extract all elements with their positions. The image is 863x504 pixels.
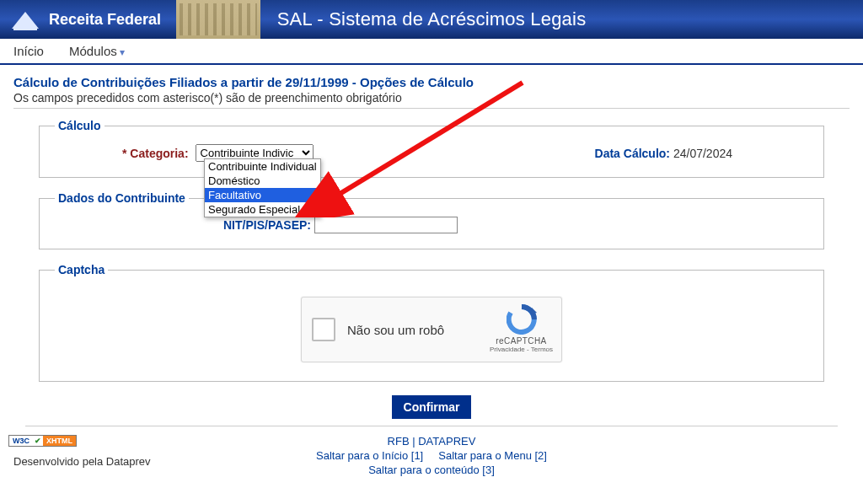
building-image-icon (176, 0, 260, 39)
page-title: Cálculo de Contribuições Filiados a part… (13, 75, 850, 89)
categoria-option-1[interactable]: Doméstico (205, 174, 320, 188)
menu-inicio[interactable]: Início (13, 44, 44, 58)
footer-link-rfb[interactable]: RFB (388, 435, 410, 448)
recaptcha-checkbox[interactable] (312, 318, 335, 341)
categoria-option-2[interactable]: Facultativo (205, 188, 320, 202)
label-nit: NIT/PIS/PASEP: (223, 218, 311, 232)
input-nit[interactable] (314, 217, 458, 233)
receita-federal-logo-icon (8, 7, 42, 32)
required-note: Os campos precedidos com asterisco(*) sã… (13, 91, 850, 109)
footer-developer: Desenvolvido pela Dataprev (13, 455, 151, 468)
footer-divider (25, 426, 838, 426)
app-header: Receita Federal SAL - Sistema de Acrésci… (0, 0, 863, 39)
categoria-dropdown-list: Contribuinte Individual Doméstico Facult… (204, 158, 321, 217)
recaptcha-brand: reCAPTCHA (490, 336, 553, 346)
skip-menu[interactable]: Saltar para o Menu [2] (438, 449, 547, 462)
skip-conteudo[interactable]: Saltar para o conteúdo [3] (368, 464, 495, 476)
w3c-xhtml-badge[interactable]: W3C✔XHTML (8, 435, 77, 447)
fieldset-contribuinte: Dados do Contribuinte NIT/PIS/PASEP: (39, 191, 824, 249)
system-title: SAL - Sistema de Acréscimos Legais (277, 8, 587, 30)
content: Cálculo de Contribuições Filiados a part… (0, 65, 863, 426)
header-logo-area: Receita Federal (8, 0, 260, 39)
data-calculo: Data Cálculo: 24/07/2024 (595, 147, 808, 160)
legend-contribuinte: Dados do Contribuinte (55, 191, 189, 205)
categoria-option-3[interactable]: Segurado Especial (205, 202, 320, 217)
skip-inicio[interactable]: Saltar para o Início [1] (316, 449, 423, 462)
confirm-button[interactable]: Confirmar (392, 395, 472, 419)
svg-marker-0 (12, 12, 39, 29)
label-categoria: * Categoria: (55, 147, 189, 160)
recaptcha-logo-icon (507, 304, 537, 335)
fieldset-calculo: Cálculo * Categoria: Contribuinte Indivi… (39, 119, 824, 178)
menubar: Início Módulos (0, 39, 863, 65)
footer-links-top: RFB | DATAPREV (13, 435, 850, 448)
recaptcha-links[interactable]: Privacidade - Termos (490, 346, 553, 353)
org-name: Receita Federal (49, 11, 161, 29)
legend-captcha: Captcha (55, 263, 108, 276)
footer: W3C✔XHTML RFB | DATAPREV Desenvolvido pe… (0, 432, 863, 490)
categoria-option-0[interactable]: Contribuinte Individual (205, 159, 320, 174)
legend-calculo: Cálculo (55, 119, 105, 132)
data-calculo-value: 24/07/2024 (673, 147, 732, 160)
recaptcha-widget: Não sou um robô reCAPTCHA Privacidade - … (301, 297, 562, 362)
footer-link-dataprev[interactable]: DATAPREV (418, 435, 475, 448)
recaptcha-label: Não sou um robô (347, 323, 444, 337)
data-calculo-label: Data Cálculo: (595, 147, 670, 160)
recaptcha-branding: reCAPTCHA Privacidade - Termos (490, 304, 553, 353)
svg-rect-1 (13, 27, 37, 30)
menu-modulos[interactable]: Módulos (69, 44, 125, 58)
fieldset-captcha: Captcha Não sou um robô reCAPTCHA Privac… (39, 263, 824, 382)
